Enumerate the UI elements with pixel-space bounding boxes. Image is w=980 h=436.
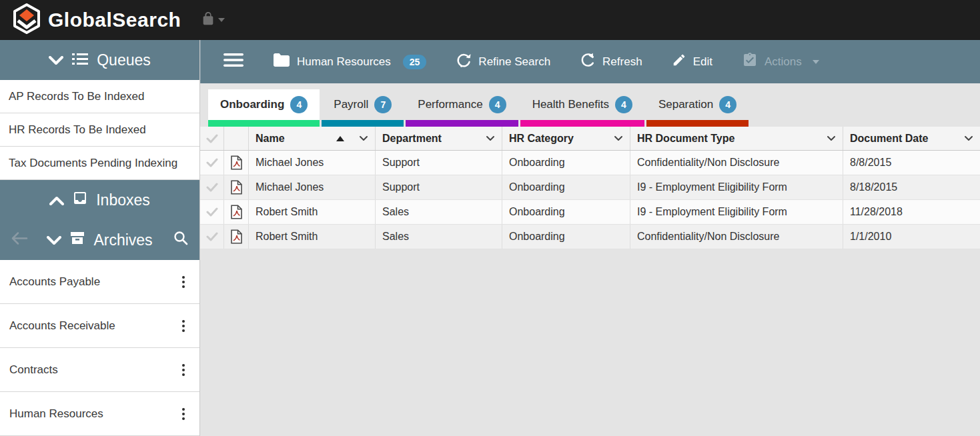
cell-document-date: 8/18/2015 xyxy=(843,175,980,199)
row-checkbox[interactable] xyxy=(200,151,224,175)
column-label: HR Category xyxy=(509,133,614,145)
tab-color-stripe xyxy=(322,120,404,127)
archive-item-label: Accounts Receivable xyxy=(9,319,115,333)
folder-icon xyxy=(273,53,290,71)
chevron-down-icon xyxy=(813,60,819,64)
tab-health-benefits[interactable]: Health Benefits 4 xyxy=(520,89,644,127)
tab-label: Separation xyxy=(658,98,713,111)
table-header-row: Name Department HR Category xyxy=(200,127,980,151)
chevron-up-icon xyxy=(49,191,64,209)
current-archive-label: Human Resources xyxy=(297,55,391,69)
column-label: Department xyxy=(382,133,486,145)
queues-section-header[interactable]: Queues xyxy=(0,40,199,80)
table-row[interactable]: Robert Smith Sales Onboarding I9 - Emplo… xyxy=(200,200,980,225)
column-header-document-date[interactable]: Document Date xyxy=(843,127,980,150)
row-checkbox[interactable] xyxy=(200,175,224,199)
queues-header-label: Queues xyxy=(97,51,151,69)
archive-item-accounts-payable[interactable]: Accounts Payable xyxy=(0,260,199,304)
queue-item-tax-documents[interactable]: Tax Documents Pending Indexing xyxy=(0,147,199,180)
tab-color-stripe xyxy=(646,120,749,127)
refine-search-label: Refine Search xyxy=(478,55,550,69)
lock-icon xyxy=(201,11,215,29)
column-header-name[interactable]: Name xyxy=(249,127,376,150)
tab-count-badge: 4 xyxy=(489,96,506,113)
kebab-menu-icon[interactable] xyxy=(178,361,189,379)
file-icon-column-header xyxy=(224,127,249,150)
column-chevron-icon[interactable] xyxy=(359,135,368,141)
pdf-file-icon[interactable] xyxy=(224,151,249,175)
archive-item-label: Accounts Payable xyxy=(9,275,100,289)
queue-item-hr-records[interactable]: HR Records To Be Indexed xyxy=(0,113,199,147)
table-row[interactable]: Robert Smith Sales Onboarding Confidenti… xyxy=(200,225,980,249)
archives-section-header[interactable]: Archives xyxy=(0,220,199,260)
tab-label: Onboarding xyxy=(220,98,284,111)
select-all-checkbox[interactable] xyxy=(200,127,224,150)
refresh-icon xyxy=(580,52,596,71)
row-check-icon xyxy=(206,158,218,167)
actions-button[interactable]: Actions xyxy=(742,52,819,71)
queue-item-label: HR Records To Be Indexed xyxy=(9,123,146,137)
pdf-file-icon[interactable] xyxy=(224,175,249,199)
cell-document-date: 11/28/2018 xyxy=(843,200,980,224)
queue-item-ap-records[interactable]: AP Records To Be Indexed xyxy=(0,80,199,113)
tab-onboarding[interactable]: Onboarding 4 xyxy=(208,89,320,127)
tab-performance[interactable]: Performance 4 xyxy=(406,89,518,127)
tab-separation[interactable]: Separation 4 xyxy=(646,89,749,127)
edit-button[interactable]: Edit xyxy=(672,53,712,71)
cell-document-date: 8/8/2015 xyxy=(843,151,980,175)
column-header-hr-category[interactable]: HR Category xyxy=(502,127,630,150)
refresh-button[interactable]: Refresh xyxy=(580,52,642,71)
cell-department: Sales xyxy=(376,200,502,224)
tab-payroll[interactable]: Payroll 7 xyxy=(322,89,404,127)
cell-name: Michael Jones xyxy=(249,175,376,199)
brand: GlobalSearch xyxy=(12,3,181,37)
category-tabs: Onboarding 4 Payroll 7 Performance 4 xyxy=(200,83,980,127)
app-title: GlobalSearch xyxy=(48,9,181,31)
column-chevron-icon[interactable] xyxy=(827,135,836,141)
row-check-icon xyxy=(206,232,218,241)
row-checkbox[interactable] xyxy=(200,225,224,249)
column-chevron-icon[interactable] xyxy=(486,135,495,141)
results-table: Name Department HR Category xyxy=(200,127,980,249)
cell-hr-document-type: I9 - Employment Eligibility Form xyxy=(630,175,843,199)
search-icon[interactable] xyxy=(173,230,189,250)
current-archive-button[interactable]: Human Resources 25 xyxy=(273,53,426,71)
column-header-department[interactable]: Department xyxy=(376,127,502,150)
archive-item-human-resources[interactable]: Human Resources xyxy=(0,392,199,436)
inboxes-header-label: Inboxes xyxy=(96,191,150,209)
refine-search-button[interactable]: Refine Search xyxy=(456,52,550,71)
tab-color-stripe xyxy=(208,120,320,127)
table-row[interactable]: Michael Jones Support Onboarding I9 - Em… xyxy=(200,175,980,200)
cell-name: Robert Smith xyxy=(249,200,376,224)
column-header-hr-document-type[interactable]: HR Document Type xyxy=(630,127,843,150)
table-row[interactable]: Michael Jones Support Onboarding Confide… xyxy=(200,151,980,175)
tab-count-badge: 4 xyxy=(290,96,308,113)
archive-item-contracts[interactable]: Contracts xyxy=(0,348,199,392)
kebab-menu-icon[interactable] xyxy=(178,273,189,291)
cell-department: Support xyxy=(376,175,502,199)
pdf-file-icon[interactable] xyxy=(224,225,249,249)
column-label: Document Date xyxy=(850,133,964,145)
archive-item-accounts-receivable[interactable]: Accounts Receivable xyxy=(0,304,199,348)
row-check-icon xyxy=(206,134,218,143)
column-chevron-icon[interactable] xyxy=(614,135,623,141)
tab-count-badge: 4 xyxy=(615,96,632,113)
refresh-label: Refresh xyxy=(602,55,642,69)
kebab-menu-icon[interactable] xyxy=(178,405,189,423)
kebab-menu-icon[interactable] xyxy=(178,317,189,335)
column-label: HR Document Type xyxy=(637,133,827,145)
hamburger-icon xyxy=(223,53,243,71)
tab-label: Performance xyxy=(418,98,482,111)
inboxes-section-header[interactable]: Inboxes xyxy=(0,180,199,220)
lock-menu[interactable] xyxy=(201,11,225,29)
arrow-left-icon[interactable] xyxy=(11,231,28,249)
sidebar-toggle-button[interactable] xyxy=(223,53,243,71)
row-check-icon xyxy=(206,207,218,217)
cell-name: Robert Smith xyxy=(249,225,376,249)
cell-hr-category: Onboarding xyxy=(502,225,630,249)
tab-count-badge: 7 xyxy=(374,96,392,113)
cell-hr-category: Onboarding xyxy=(502,200,630,224)
pdf-file-icon[interactable] xyxy=(224,200,249,224)
column-chevron-icon[interactable] xyxy=(964,135,973,141)
row-checkbox[interactable] xyxy=(200,200,224,224)
